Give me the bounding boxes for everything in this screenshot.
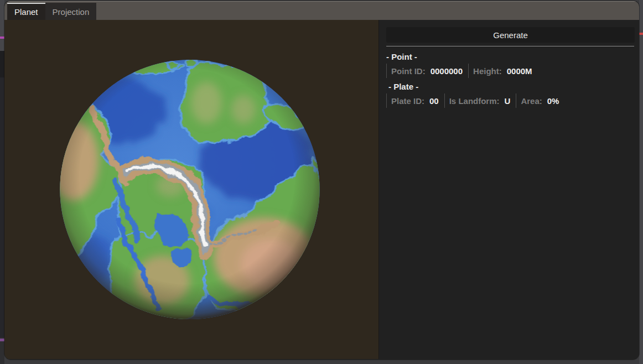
- side-panel: Generate - Point - Point ID: 0000000 Hei…: [378, 20, 639, 359]
- tab-projection[interactable]: Projection: [45, 3, 97, 20]
- desktop-tick-magenta: [0, 37, 4, 39]
- panel-separator: [386, 46, 634, 46]
- point-id-value: 0000000: [431, 66, 463, 76]
- plate-id-value: 00: [429, 96, 439, 106]
- plate-id-label: Plate ID:: [391, 96, 424, 106]
- point-info-row: Point ID: 0000000 Height: 0000M: [386, 64, 639, 78]
- desktop-edge-left: [0, 0, 4, 364]
- point-section-heading: - Point -: [386, 52, 639, 61]
- area-label: Area:: [521, 96, 542, 106]
- height-label: Height:: [473, 66, 502, 76]
- point-id-label: Point ID:: [391, 66, 426, 76]
- tab-bar: Planet Projection: [4, 1, 639, 20]
- desktop-tick-purple: [0, 339, 4, 341]
- desktop-edge-right: [639, 0, 643, 364]
- planet-viewport: [4, 20, 378, 359]
- plate-section-heading: - Plate -: [388, 82, 639, 91]
- generate-button[interactable]: Generate: [386, 27, 635, 43]
- height-value: 0000M: [507, 66, 532, 76]
- is-landform-label: Is Landform:: [449, 96, 500, 106]
- area-value: 0%: [547, 96, 559, 106]
- planet-globe[interactable]: [4, 20, 378, 359]
- app-window: Planet Projection: [4, 1, 639, 360]
- desktop-tick-red: [639, 33, 643, 35]
- tab-planet[interactable]: Planet: [7, 3, 45, 20]
- is-landform-value: U: [505, 96, 511, 106]
- window-content: Generate - Point - Point ID: 0000000 Hei…: [4, 20, 639, 359]
- plate-info-row: Plate ID: 00 Is Landform: U Area: 0%: [386, 93, 639, 108]
